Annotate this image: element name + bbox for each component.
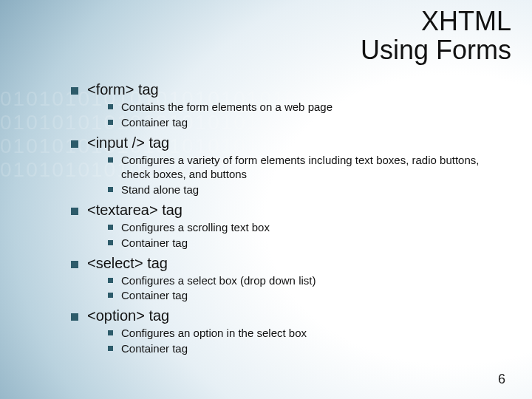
sub-bullet: Configures an option in the select box [108,326,502,341]
bullet-option-tag: <option> tag Configures an option in the… [71,307,502,356]
sub-bullet: Contains the form elements on a web page [108,100,502,115]
bullet-label: <option> tag [87,307,169,324]
slide-title: XHTML Using Forms [361,7,511,65]
sub-bullet: Configures a scrolling text box [108,220,502,235]
sub-bullet: Configures a select box (drop down list) [108,273,502,288]
sub-bullet: Container tag [108,341,502,356]
sub-bullet: Container tag [108,288,502,303]
bullet-label: <select> tag [87,255,168,271]
bullet-label: <input /> tag [87,134,169,151]
title-line-2: Using Forms [361,35,511,65]
bullet-form-tag: <form> tag Contains the form elements on… [71,81,502,130]
sub-bullet: Container tag [108,115,502,130]
bullet-label: <form> tag [87,81,159,98]
title-line-1: XHTML [421,6,511,36]
bullet-input-tag: <input /> tag Configures a variety of fo… [71,134,502,197]
slide-body: <form> tag Contains the form elements on… [71,81,502,361]
sub-bullet: Stand alone tag [108,183,502,197]
page-number: 6 [498,372,505,387]
bullet-label: <textarea> tag [87,202,183,218]
bullet-select-tag: <select> tag Configures a select box (dr… [71,255,502,304]
sub-bullet: Configures a variety of form elements in… [108,153,502,183]
sub-bullet: Container tag [108,236,502,250]
bullet-textarea-tag: <textarea> tag Configures a scrolling te… [71,202,502,250]
